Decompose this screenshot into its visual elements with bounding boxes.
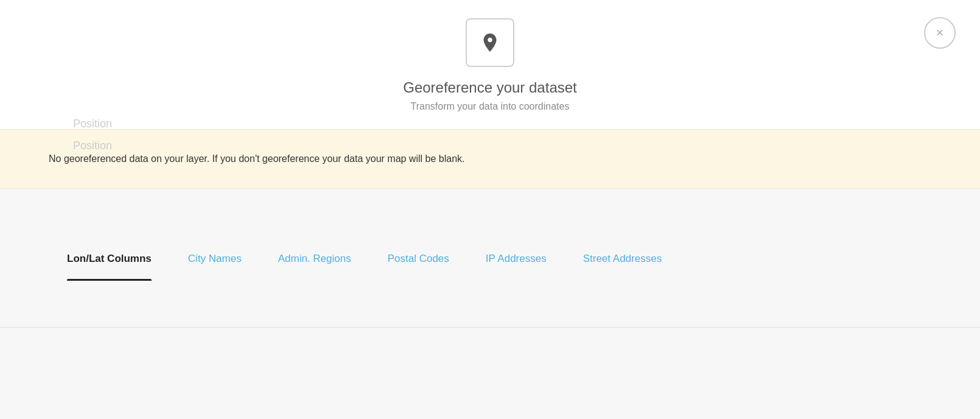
modal-overlay: Position Position × Georeference your da…	[0, 0, 980, 419]
tab-ip-addresses[interactable]: IP Addresses	[467, 234, 565, 281]
warning-banner: No georeferenced data on your layer. If …	[0, 129, 980, 189]
close-button[interactable]: ×	[924, 17, 956, 49]
tabs-section: Lon/Lat Columns City Names Admin. Region…	[0, 189, 980, 328]
tab-lon-lat[interactable]: Lon/Lat Columns	[49, 234, 170, 281]
tab-street-addresses[interactable]: Street Addresses	[565, 234, 680, 281]
modal-title: Georeference your dataset	[403, 79, 577, 96]
tab-postal-codes[interactable]: Postal Codes	[369, 234, 467, 281]
modal-container: Position Position × Georeference your da…	[0, 0, 980, 419]
close-icon: ×	[936, 25, 944, 41]
tab-admin-regions[interactable]: Admin. Regions	[260, 234, 369, 281]
location-pin-icon	[479, 32, 501, 54]
tab-content-area	[0, 328, 980, 420]
pin-icon-wrapper	[466, 18, 514, 67]
tab-city-names[interactable]: City Names	[170, 234, 260, 281]
warning-text: No georeferenced data on your layer. If …	[49, 152, 464, 166]
modal-subtitle: Transform your data into coordinates	[411, 101, 570, 112]
modal-header: Georeference your dataset Transform your…	[0, 0, 980, 129]
